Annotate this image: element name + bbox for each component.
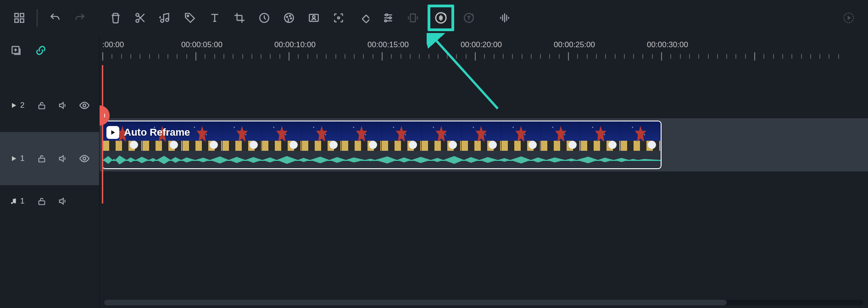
svg-rect-3 — [20, 19, 24, 22]
mute-icon[interactable] — [58, 154, 68, 164]
track-lane-video-2[interactable] — [100, 65, 868, 118]
ruler-label: 00:00:25:00 — [554, 40, 595, 50]
svg-point-13 — [290, 18, 292, 19]
clip-badge: Auto Reframe — [106, 126, 190, 139]
ruler-label: 00:00:05:00 — [181, 40, 223, 50]
auto-reframe-icon[interactable] — [403, 8, 423, 28]
svg-rect-32 — [39, 201, 45, 204]
lock-icon[interactable] — [37, 100, 47, 110]
speed-icon[interactable] — [254, 8, 274, 28]
svg-point-5 — [136, 19, 139, 22]
ruler-label: :00:00 — [102, 40, 124, 50]
adjust-icon[interactable] — [378, 8, 398, 28]
svg-rect-21 — [411, 14, 416, 22]
redo-icon[interactable] — [70, 8, 90, 28]
chroma-key-icon[interactable] — [304, 8, 324, 28]
svg-point-10 — [284, 13, 294, 22]
svg-rect-28 — [39, 158, 45, 162]
text-to-speech-icon[interactable] — [459, 8, 479, 28]
clip-waveform — [103, 151, 661, 169]
ruler-label: 00:00:10:00 — [274, 40, 316, 50]
svg-point-6 — [161, 19, 164, 22]
track-label: 1 — [10, 197, 26, 206]
text-icon[interactable] — [205, 8, 225, 28]
track-label: 1 — [10, 154, 26, 163]
delete-icon[interactable] — [106, 8, 126, 28]
video-clip[interactable]: Auto Reframe — [102, 121, 662, 169]
highlighted-tool — [428, 5, 454, 31]
visibility-icon[interactable] — [79, 100, 90, 111]
svg-point-8 — [187, 15, 189, 16]
timeline-content[interactable]: :00:0000:00:05:0000:00:10:0000:00:15:000… — [100, 36, 868, 308]
color-icon[interactable] — [279, 8, 299, 28]
keyframe-icon[interactable] — [353, 8, 373, 28]
track-header-video-1[interactable]: 1 — [0, 132, 99, 185]
render-icon[interactable] — [839, 8, 859, 28]
track-lane-video-1[interactable]: Auto Reframe — [100, 118, 868, 171]
clip-label: Auto Reframe — [124, 126, 190, 138]
mute-icon[interactable] — [58, 100, 68, 110]
play-icon — [106, 126, 119, 139]
svg-rect-0 — [15, 13, 18, 17]
horizontal-scrollbar[interactable] — [104, 300, 863, 305]
detach-audio-icon[interactable] — [155, 8, 175, 28]
lock-icon[interactable] — [37, 196, 47, 206]
svg-point-27 — [83, 104, 86, 107]
svg-point-4 — [136, 13, 139, 16]
timeline: 2 1 — [0, 36, 868, 308]
svg-point-30 — [11, 202, 13, 204]
track-header-audio-1[interactable]: 1 — [0, 185, 99, 217]
toolbar-divider — [37, 9, 38, 27]
svg-point-20 — [384, 20, 386, 22]
audio-denoise-icon[interactable] — [434, 11, 448, 25]
svg-rect-26 — [39, 105, 45, 109]
track-label: 2 — [10, 101, 26, 110]
audio-visualizer-icon[interactable] — [495, 8, 515, 28]
lock-icon[interactable] — [37, 154, 47, 164]
crop-icon[interactable] — [229, 8, 250, 28]
svg-point-16 — [338, 17, 339, 19]
visibility-icon[interactable] — [79, 153, 90, 164]
playhead[interactable] — [102, 65, 103, 204]
track-header-video-2[interactable]: 2 — [0, 79, 99, 132]
svg-point-7 — [166, 18, 169, 22]
linked-selection-icon[interactable] — [35, 44, 47, 56]
tag-icon[interactable] — [180, 8, 200, 28]
layout-grid-icon[interactable] — [9, 8, 29, 28]
clip-thumbnails: Auto Reframe — [103, 121, 661, 151]
svg-point-31 — [14, 202, 16, 204]
svg-rect-17 — [362, 15, 369, 23]
svg-point-15 — [312, 16, 315, 18]
svg-point-29 — [83, 157, 86, 160]
svg-rect-2 — [15, 19, 18, 22]
ruler-label: 00:00:30:00 — [647, 40, 688, 50]
svg-point-18 — [386, 14, 388, 16]
time-ruler[interactable]: :00:0000:00:05:0000:00:10:0000:00:15:000… — [100, 36, 868, 65]
ruler-label: 00:00:15:00 — [367, 40, 409, 50]
svg-point-11 — [286, 16, 288, 18]
toolbar — [0, 0, 868, 36]
undo-icon[interactable] — [45, 8, 65, 28]
scrollbar-thumb[interactable] — [104, 300, 727, 305]
mute-icon[interactable] — [58, 196, 68, 206]
add-track-icon[interactable] — [10, 44, 22, 56]
ruler-label: 00:00:20:00 — [461, 40, 502, 50]
track-header-panel: 2 1 — [0, 36, 100, 308]
split-icon[interactable] — [130, 8, 150, 28]
track-lane-audio-1[interactable] — [100, 171, 868, 204]
svg-rect-1 — [20, 13, 24, 17]
smart-focus-icon[interactable] — [328, 8, 349, 28]
svg-point-12 — [289, 15, 291, 16]
svg-point-19 — [389, 17, 391, 19]
